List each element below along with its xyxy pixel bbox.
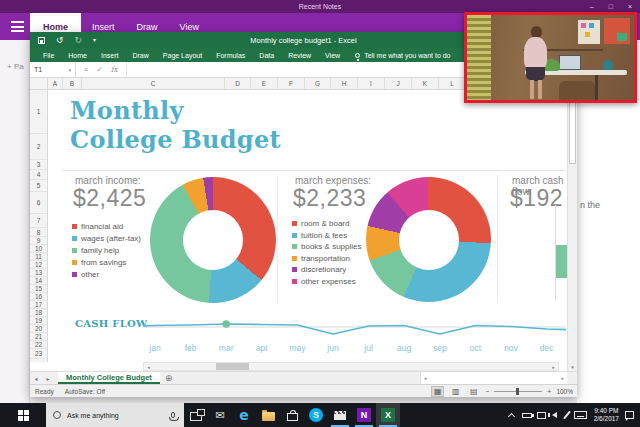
qat-dropdown-icon[interactable]: ▾ <box>93 37 96 43</box>
column-header-C[interactable]: C <box>82 78 225 89</box>
row-header-2[interactable]: 2 <box>30 134 47 160</box>
ribbon-tab-review[interactable]: Review <box>281 52 318 59</box>
expenses-donut-chart[interactable] <box>366 177 491 302</box>
tray-expand-button[interactable] <box>505 403 519 427</box>
add-sheet-icon[interactable]: ⊕ <box>160 372 178 384</box>
scroll-down-icon[interactable]: ▾ <box>567 362 577 371</box>
ribbon-tab-data[interactable]: Data <box>252 52 281 59</box>
vertical-scrollbar[interactable] <box>567 90 577 362</box>
row-header-16[interactable]: 16 <box>30 293 47 301</box>
scroll-right-icon[interactable]: ▸ <box>549 363 558 370</box>
store-button[interactable] <box>280 403 304 427</box>
redo-icon[interactable]: ↻ <box>75 36 83 45</box>
ribbon-tab-home[interactable]: Home <box>61 52 94 59</box>
horizontal-scrollbar[interactable]: ◂ ▸ <box>420 372 567 384</box>
page-layout-view-icon[interactable]: ▥ <box>449 386 462 397</box>
mail-button[interactable]: ✉ <box>208 403 232 427</box>
row-header-17[interactable]: 17 <box>30 301 47 309</box>
task-view-button[interactable] <box>184 403 208 427</box>
movies-tv-button[interactable] <box>328 403 352 427</box>
tell-me-box[interactable]: Tell me what you want to do <box>355 52 450 59</box>
start-button[interactable] <box>0 403 46 427</box>
chart-scrollbar-thumb[interactable] <box>216 363 249 370</box>
minimize-icon[interactable]: – <box>590 3 594 10</box>
column-header-E[interactable]: E <box>251 78 278 89</box>
onenote-button[interactable]: N <box>352 403 376 427</box>
row-header-20[interactable]: 20 <box>30 325 47 333</box>
column-header-A[interactable]: A <box>48 78 63 89</box>
excel-button[interactable]: X <box>376 403 400 427</box>
row-header-18[interactable]: 18 <box>30 309 47 317</box>
row-header-12[interactable]: 12 <box>30 261 47 269</box>
page-break-view-icon[interactable]: ▤ <box>467 386 480 397</box>
column-header-H[interactable]: H <box>331 78 358 89</box>
row-header-10[interactable]: 10 <box>30 245 47 253</box>
skype-button[interactable]: S <box>304 403 328 427</box>
row-header-13[interactable]: 13 <box>30 269 47 277</box>
income-donut-chart[interactable] <box>150 177 276 303</box>
maximize-icon[interactable]: □ <box>609 3 613 10</box>
cancel-icon[interactable]: × <box>84 65 88 74</box>
touch-keyboard-button[interactable] <box>573 403 589 427</box>
zoom-level[interactable]: 100% <box>556 388 573 395</box>
file-explorer-button[interactable] <box>256 403 280 427</box>
zoom-out-icon[interactable]: − <box>485 388 489 395</box>
undo-icon[interactable]: ↺ <box>56 36 64 45</box>
sheet-tab[interactable]: Monthly College Budget <box>58 372 160 384</box>
column-header-L[interactable]: L <box>439 78 466 89</box>
volume-button[interactable] <box>549 403 561 427</box>
zoom-slider[interactable] <box>494 387 542 396</box>
chart-scrollbar[interactable]: ◂ ▸ <box>143 362 559 371</box>
column-header-J[interactable]: J <box>385 78 412 89</box>
sheet-nav-right-icon[interactable]: ▸ <box>42 372 54 384</box>
zoom-slider-thumb[interactable] <box>516 388 519 395</box>
row-header-21[interactable]: 21 <box>30 333 47 341</box>
microphone-icon[interactable] <box>171 412 175 418</box>
scroll-left-icon[interactable]: ◂ <box>144 363 153 370</box>
status-autosave[interactable]: AutoSave: Off <box>65 388 105 395</box>
hamburger-menu-icon[interactable] <box>0 13 30 40</box>
column-header-B[interactable]: B <box>63 78 82 89</box>
row-header-7[interactable]: 7 <box>30 214 47 228</box>
name-box[interactable]: T1 ▾ <box>30 62 76 77</box>
row-header-8[interactable]: 8 <box>30 228 47 237</box>
insert-function-icon[interactable]: fx <box>111 65 118 74</box>
column-header-K[interactable]: K <box>412 78 439 89</box>
row-header-3[interactable]: 3 <box>30 160 47 170</box>
clock[interactable]: 9:40 PM 2/6/2017 <box>589 407 624 423</box>
pen-settings-button[interactable] <box>561 403 573 427</box>
display-button[interactable] <box>535 403 549 427</box>
column-header-F[interactable]: F <box>278 78 305 89</box>
row-header-9[interactable]: 9 <box>30 237 47 245</box>
hscroll-right-icon[interactable]: ▸ <box>561 375 564 381</box>
ribbon-tab-insert[interactable]: Insert <box>94 52 126 59</box>
ribbon-tab-formulas[interactable]: Formulas <box>209 52 252 59</box>
zoom-in-icon[interactable]: + <box>547 388 551 395</box>
row-header-14[interactable]: 14 <box>30 277 47 285</box>
column-header-I[interactable]: I <box>358 78 385 89</box>
column-header-D[interactable]: D <box>225 78 251 89</box>
row-header-11[interactable]: 11 <box>30 253 47 261</box>
row-header-15[interactable]: 15 <box>30 285 47 293</box>
ribbon-tab-file[interactable]: File <box>36 52 61 59</box>
close-icon[interactable]: × <box>628 3 632 10</box>
save-icon[interactable] <box>38 37 45 44</box>
new-page-button[interactable]: + Pa <box>7 62 24 71</box>
action-center-button[interactable] <box>624 403 640 427</box>
video-overlay[interactable] <box>464 12 637 103</box>
name-box-dropdown-icon[interactable]: ▾ <box>68 67 71 73</box>
hscroll-left-icon[interactable]: ◂ <box>424 375 427 381</box>
select-all-corner[interactable] <box>30 78 48 89</box>
normal-view-icon[interactable]: ▦ <box>431 386 444 397</box>
row-header-23[interactable]: 23 <box>30 349 47 359</box>
edge-button[interactable]: e <box>232 403 256 427</box>
row-header-1[interactable]: 1 <box>30 90 47 134</box>
row-header-6[interactable]: 6 <box>30 192 47 214</box>
row-header-4[interactable]: 4 <box>30 170 47 180</box>
cortana-search-box[interactable]: Ask me anything <box>46 403 184 427</box>
enter-icon[interactable]: ✓ <box>96 65 102 74</box>
column-header-G[interactable]: G <box>305 78 331 89</box>
ribbon-tab-draw[interactable]: Draw <box>125 52 155 59</box>
sheet-nav-left-icon[interactable]: ◂ <box>30 372 42 384</box>
chart-scrollbar-track[interactable] <box>153 363 549 370</box>
